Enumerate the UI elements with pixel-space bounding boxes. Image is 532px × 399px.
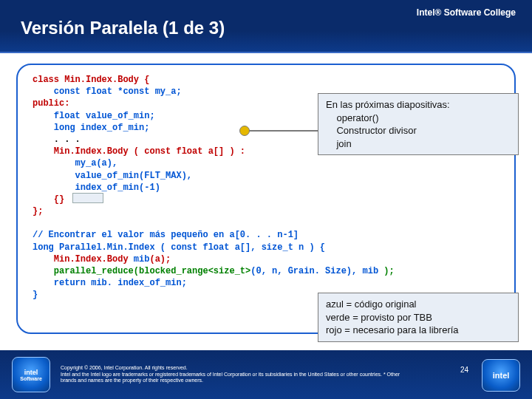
code-line: mib. index_of_min; bbox=[91, 278, 187, 288]
callout-legend: azul = código original verde = provisto … bbox=[318, 293, 519, 342]
code-line: const float *const my_a; bbox=[33, 86, 182, 97]
slide-title: Versión Paralela (1 de 3) bbox=[21, 18, 225, 38]
intel-software-badge: intel Software bbox=[12, 357, 50, 392]
code-line: (a); bbox=[149, 254, 171, 265]
code-line: my_a(a), bbox=[75, 158, 118, 168]
code-line: value_of_min(FLT_MAX), bbox=[75, 171, 192, 181]
slide-header: Intel® Software College Versión Paralela… bbox=[0, 0, 532, 53]
code-line: index_of_min(-1) bbox=[75, 183, 160, 193]
code-line: } bbox=[33, 290, 38, 300]
code-line bbox=[33, 183, 75, 193]
code-line: class Min.Index.Body { bbox=[33, 75, 149, 85]
code-line: (0, n, Grain. Size), bbox=[250, 266, 362, 276]
code-line: {} bbox=[54, 194, 64, 205]
code-line: }; bbox=[33, 206, 43, 216]
page-number: 24 bbox=[460, 366, 468, 374]
code-line: parallel_reduce(blocked_range<size_t> bbox=[33, 266, 250, 276]
footer-legal: Copyright © 2006, Intel Corporation. All… bbox=[61, 365, 408, 384]
code-line: return bbox=[33, 278, 91, 288]
callout-line: verde = provisto por TBB bbox=[326, 311, 511, 324]
badge-text: intel bbox=[24, 369, 38, 376]
callout-line: rojo = necesario para la librería bbox=[326, 324, 511, 337]
callout-connector bbox=[244, 130, 318, 132]
callout-line: azul = código original bbox=[326, 298, 511, 311]
code-line: float value_of_min; bbox=[33, 111, 155, 121]
code-line: mib bbox=[134, 254, 150, 265]
code-line: public: bbox=[33, 98, 69, 109]
badge-text: intel bbox=[493, 371, 510, 380]
college-label: Intel® Software College bbox=[417, 7, 516, 18]
code-line bbox=[33, 146, 54, 157]
code-line: Min.Index.Body bbox=[33, 254, 134, 265]
code-line bbox=[33, 158, 75, 168]
code-line: // Encontrar el valor más pequeño en a[0… bbox=[33, 230, 299, 240]
code-line: long Parallel.Min.Index ( const float a[… bbox=[33, 242, 325, 253]
code-ellipsis: . . . bbox=[54, 134, 81, 145]
code-line: long index_of_min; bbox=[33, 123, 149, 133]
code-line: mib bbox=[362, 266, 378, 276]
code-line bbox=[33, 194, 54, 205]
badge-text: Software bbox=[20, 376, 42, 381]
trademark-line: Intel and the Intel logo are trademarks … bbox=[61, 372, 408, 385]
intel-badge: intel bbox=[482, 359, 520, 392]
callout-line: operator() bbox=[326, 112, 511, 125]
code-line: Min.Index.Body ( const float a[] ) : bbox=[54, 146, 245, 157]
callout-line: join bbox=[326, 137, 511, 151]
code-line bbox=[33, 171, 75, 181]
callout-line: En las próximas diapositivas: bbox=[326, 98, 511, 112]
copyright-line: Copyright © 2006, Intel Corporation. All… bbox=[61, 365, 408, 372]
code-line bbox=[33, 134, 54, 145]
callout-line: Constructor divisor bbox=[326, 124, 511, 137]
slide-footer: intel Software Copyright © 2006, Intel C… bbox=[0, 350, 532, 399]
callout-upcoming: En las próximas diapositivas: operator()… bbox=[318, 93, 519, 155]
code-line: ); bbox=[378, 266, 395, 276]
